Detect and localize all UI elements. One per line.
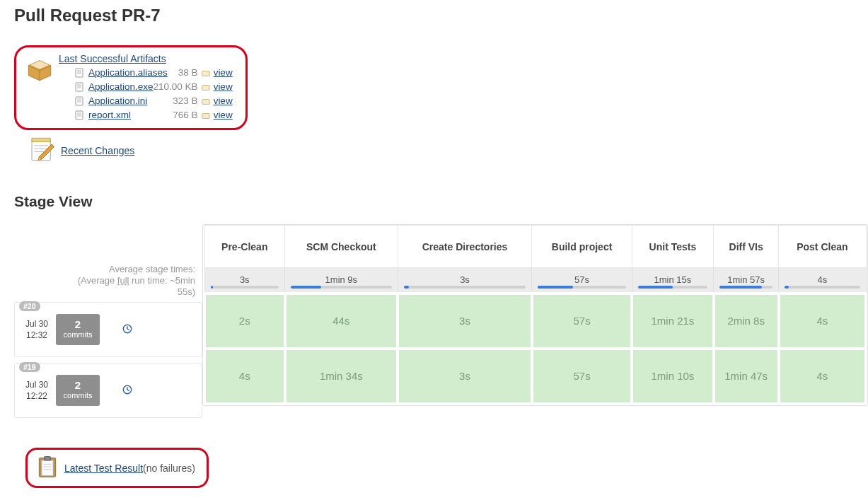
artifact-name-link[interactable]: report.xml [88, 108, 131, 122]
stage-header: SCM Checkout [285, 226, 398, 268]
stage-header: Post Clean [779, 226, 866, 268]
stage-header: Build project [532, 226, 632, 268]
latest-test-result-link[interactable]: Latest Test Result [64, 463, 143, 474]
svg-rect-14 [202, 100, 209, 105]
stage-cell[interactable]: 3s [398, 349, 532, 404]
notepad-icon [27, 134, 57, 166]
svg-rect-15 [76, 111, 83, 120]
stage-cell[interactable]: 3s [398, 293, 532, 349]
recent-changes-row: Recent Changes [27, 134, 868, 166]
svg-rect-0 [76, 69, 83, 77]
stage-avg-cell: 1min 57s [714, 268, 779, 293]
stage-avg-cell: 1min 9s [285, 268, 398, 293]
stage-header-row: Pre-Clean SCM Checkout Create Directorie… [204, 226, 866, 268]
test-result-status: (no failures) [143, 463, 195, 474]
artifacts-highlight: Last Successful Artifacts Application.al… [14, 45, 248, 130]
fingerprint-icon [201, 96, 211, 106]
artifact-row: report.xml 766 B view [59, 108, 233, 122]
commits-box[interactable]: 2 commits [56, 314, 100, 345]
stage-avg-cell: 3s [398, 268, 532, 293]
stage-avg-cell: 4s [779, 268, 866, 293]
stage-cell[interactable]: 2s [204, 293, 285, 349]
artifact-name-link[interactable]: Application.exe [88, 80, 154, 94]
clock-icon [122, 324, 132, 336]
commits-box[interactable]: 2 commits [56, 375, 100, 406]
stage-run-row: 2s 44s 3s 57s 1min 21s 2min 8s 4s [204, 293, 866, 349]
artifact-view-link[interactable]: view [214, 66, 233, 80]
stage-cell[interactable]: 4s [779, 293, 866, 349]
artifact-size: 766 B [173, 108, 197, 122]
artifact-name-link[interactable]: Application.ini [88, 94, 147, 108]
stage-cell[interactable]: 2min 8s [714, 293, 779, 349]
svg-rect-29 [45, 457, 51, 460]
stage-table: Pre-Clean SCM Checkout Create Directorie… [202, 224, 868, 406]
test-result-highlight: Latest Test Result (no failures) [25, 448, 209, 488]
run-datetime: Jul 30 12:22 [19, 379, 54, 402]
page-title: Pull Request PR-7 [14, 6, 868, 25]
stage-header: Unit Tests [632, 226, 713, 268]
stage-cell[interactable]: 57s [532, 349, 632, 404]
clock-icon [122, 385, 132, 397]
stage-cell[interactable]: 1min 34s [285, 349, 398, 404]
stage-avg-cell: 1min 15s [632, 268, 713, 293]
stage-cell[interactable]: 1min 21s [632, 293, 713, 349]
svg-rect-28 [42, 460, 53, 476]
stage-avg-row: 3s 1min 9s 3s 57s 1min 15s 1min 57s 4s [204, 268, 866, 293]
artifact-size: 323 B [173, 94, 197, 108]
artifact-view-link[interactable]: view [214, 108, 233, 122]
stage-header: Create Directories [398, 226, 532, 268]
svg-rect-10 [76, 97, 83, 105]
run-column: Average stage times: (Average full run t… [14, 224, 202, 424]
stage-view-heading: Stage View [14, 193, 868, 210]
artifact-row: Application.aliases 38 B view [59, 66, 233, 80]
svg-rect-21 [32, 138, 50, 141]
stage-run-row: 4s 1min 34s 3s 57s 1min 10s 1min 47s 4s [204, 349, 866, 404]
stage-avg-cell: 3s [204, 268, 285, 293]
artifact-view-link[interactable]: view [214, 80, 233, 94]
run-row[interactable]: #20 Jul 30 12:32 2 commits [14, 302, 202, 357]
last-successful-artifacts-link[interactable]: Last Successful Artifacts [59, 53, 166, 64]
artifact-view-link[interactable]: view [214, 94, 233, 108]
stage-avg-cell: 57s [532, 268, 632, 293]
run-badge: #19 [19, 362, 40, 372]
file-icon [74, 110, 84, 120]
package-icon [25, 54, 54, 86]
stage-cell[interactable]: 1min 47s [714, 349, 779, 404]
recent-changes-link[interactable]: Recent Changes [61, 145, 134, 156]
svg-rect-5 [76, 83, 83, 91]
artifact-row: Application.exe 210.00 KB view [59, 80, 233, 94]
stage-cell[interactable]: 4s [779, 349, 866, 404]
file-icon [74, 82, 84, 92]
svg-rect-9 [202, 86, 209, 91]
fingerprint-icon [201, 82, 211, 92]
artifact-list: Application.aliases 38 B view Applicatio… [59, 66, 233, 122]
artifact-row: Application.ini 323 B view [59, 94, 233, 108]
artifact-name-link[interactable]: Application.aliases [88, 66, 168, 80]
file-icon [74, 68, 84, 78]
fingerprint-icon [201, 68, 211, 78]
fingerprint-icon [201, 110, 211, 120]
run-row[interactable]: #19 Jul 30 12:22 2 commits [14, 363, 202, 418]
svg-rect-4 [202, 71, 209, 76]
stage-cell[interactable]: 4s [204, 349, 285, 404]
stage-cell[interactable]: 57s [532, 293, 632, 349]
run-datetime: Jul 30 12:32 [19, 318, 54, 341]
stage-header: Diff VIs [714, 226, 779, 268]
average-stage-times-label: Average stage times: (Average full run t… [14, 264, 202, 298]
clipboard-icon [35, 454, 60, 482]
stage-header: Pre-Clean [204, 226, 285, 268]
file-icon [74, 96, 84, 106]
run-badge: #20 [19, 301, 40, 311]
stage-cell[interactable]: 1min 10s [632, 349, 713, 404]
artifact-size: 210.00 KB [154, 80, 198, 94]
artifact-size: 38 B [178, 66, 198, 80]
stage-cell[interactable]: 44s [285, 293, 398, 349]
svg-rect-19 [202, 114, 209, 119]
